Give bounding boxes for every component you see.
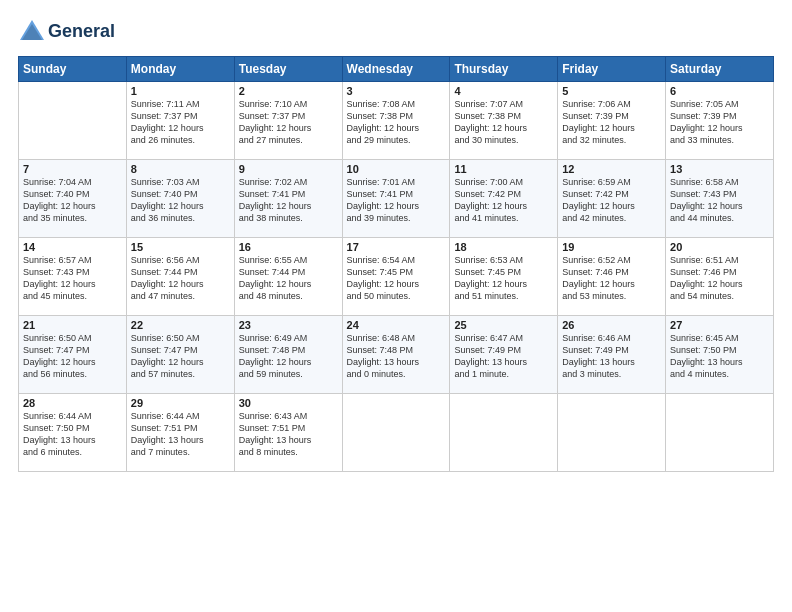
day-number: 17: [347, 241, 446, 253]
day-number: 8: [131, 163, 230, 175]
day-number: 29: [131, 397, 230, 409]
calendar-cell: 27Sunrise: 6:45 AM Sunset: 7:50 PM Dayli…: [666, 316, 774, 394]
calendar-cell: 19Sunrise: 6:52 AM Sunset: 7:46 PM Dayli…: [558, 238, 666, 316]
calendar-cell: 28Sunrise: 6:44 AM Sunset: 7:50 PM Dayli…: [19, 394, 127, 472]
header: General: [18, 18, 774, 46]
col-header-saturday: Saturday: [666, 57, 774, 82]
calendar-cell: 21Sunrise: 6:50 AM Sunset: 7:47 PM Dayli…: [19, 316, 127, 394]
calendar-cell: 15Sunrise: 6:56 AM Sunset: 7:44 PM Dayli…: [126, 238, 234, 316]
day-number: 28: [23, 397, 122, 409]
day-number: 19: [562, 241, 661, 253]
calendar-cell: 23Sunrise: 6:49 AM Sunset: 7:48 PM Dayli…: [234, 316, 342, 394]
day-number: 27: [670, 319, 769, 331]
day-content: Sunrise: 6:46 AM Sunset: 7:49 PM Dayligh…: [562, 332, 661, 381]
day-number: 25: [454, 319, 553, 331]
week-row-5: 28Sunrise: 6:44 AM Sunset: 7:50 PM Dayli…: [19, 394, 774, 472]
day-content: Sunrise: 6:44 AM Sunset: 7:50 PM Dayligh…: [23, 410, 122, 459]
calendar-cell: 5Sunrise: 7:06 AM Sunset: 7:39 PM Daylig…: [558, 82, 666, 160]
calendar-cell: 24Sunrise: 6:48 AM Sunset: 7:48 PM Dayli…: [342, 316, 450, 394]
calendar-table: SundayMondayTuesdayWednesdayThursdayFrid…: [18, 56, 774, 472]
day-number: 26: [562, 319, 661, 331]
day-number: 3: [347, 85, 446, 97]
day-number: 16: [239, 241, 338, 253]
col-header-wednesday: Wednesday: [342, 57, 450, 82]
calendar-cell: 18Sunrise: 6:53 AM Sunset: 7:45 PM Dayli…: [450, 238, 558, 316]
day-content: Sunrise: 7:06 AM Sunset: 7:39 PM Dayligh…: [562, 98, 661, 147]
calendar-cell: 1Sunrise: 7:11 AM Sunset: 7:37 PM Daylig…: [126, 82, 234, 160]
col-header-friday: Friday: [558, 57, 666, 82]
day-content: Sunrise: 6:55 AM Sunset: 7:44 PM Dayligh…: [239, 254, 338, 303]
day-number: 23: [239, 319, 338, 331]
day-content: Sunrise: 6:48 AM Sunset: 7:48 PM Dayligh…: [347, 332, 446, 381]
calendar-cell: 6Sunrise: 7:05 AM Sunset: 7:39 PM Daylig…: [666, 82, 774, 160]
day-content: Sunrise: 6:58 AM Sunset: 7:43 PM Dayligh…: [670, 176, 769, 225]
day-number: 13: [670, 163, 769, 175]
day-content: Sunrise: 6:49 AM Sunset: 7:48 PM Dayligh…: [239, 332, 338, 381]
day-content: Sunrise: 7:11 AM Sunset: 7:37 PM Dayligh…: [131, 98, 230, 147]
day-content: Sunrise: 6:52 AM Sunset: 7:46 PM Dayligh…: [562, 254, 661, 303]
calendar-cell: 26Sunrise: 6:46 AM Sunset: 7:49 PM Dayli…: [558, 316, 666, 394]
day-number: 21: [23, 319, 122, 331]
col-header-tuesday: Tuesday: [234, 57, 342, 82]
day-number: 22: [131, 319, 230, 331]
day-number: 6: [670, 85, 769, 97]
calendar-cell: 30Sunrise: 6:43 AM Sunset: 7:51 PM Dayli…: [234, 394, 342, 472]
day-number: 11: [454, 163, 553, 175]
day-content: Sunrise: 7:02 AM Sunset: 7:41 PM Dayligh…: [239, 176, 338, 225]
calendar-cell: 13Sunrise: 6:58 AM Sunset: 7:43 PM Dayli…: [666, 160, 774, 238]
day-number: 14: [23, 241, 122, 253]
day-content: Sunrise: 6:53 AM Sunset: 7:45 PM Dayligh…: [454, 254, 553, 303]
calendar-cell: 3Sunrise: 7:08 AM Sunset: 7:38 PM Daylig…: [342, 82, 450, 160]
day-content: Sunrise: 6:43 AM Sunset: 7:51 PM Dayligh…: [239, 410, 338, 459]
day-number: 9: [239, 163, 338, 175]
day-content: Sunrise: 7:01 AM Sunset: 7:41 PM Dayligh…: [347, 176, 446, 225]
calendar-cell: 12Sunrise: 6:59 AM Sunset: 7:42 PM Dayli…: [558, 160, 666, 238]
day-number: 20: [670, 241, 769, 253]
day-number: 10: [347, 163, 446, 175]
calendar-cell: 14Sunrise: 6:57 AM Sunset: 7:43 PM Dayli…: [19, 238, 127, 316]
day-content: Sunrise: 6:59 AM Sunset: 7:42 PM Dayligh…: [562, 176, 661, 225]
calendar-cell: 8Sunrise: 7:03 AM Sunset: 7:40 PM Daylig…: [126, 160, 234, 238]
day-number: 4: [454, 85, 553, 97]
calendar-cell: [342, 394, 450, 472]
day-number: 7: [23, 163, 122, 175]
calendar-cell: 16Sunrise: 6:55 AM Sunset: 7:44 PM Dayli…: [234, 238, 342, 316]
day-content: Sunrise: 7:05 AM Sunset: 7:39 PM Dayligh…: [670, 98, 769, 147]
calendar-cell: 2Sunrise: 7:10 AM Sunset: 7:37 PM Daylig…: [234, 82, 342, 160]
day-number: 24: [347, 319, 446, 331]
col-header-monday: Monday: [126, 57, 234, 82]
day-content: Sunrise: 7:04 AM Sunset: 7:40 PM Dayligh…: [23, 176, 122, 225]
day-number: 2: [239, 85, 338, 97]
page: General SundayMondayTuesdayWednesdayThur…: [0, 0, 792, 612]
calendar-cell: 25Sunrise: 6:47 AM Sunset: 7:49 PM Dayli…: [450, 316, 558, 394]
calendar-cell: [666, 394, 774, 472]
day-content: Sunrise: 6:54 AM Sunset: 7:45 PM Dayligh…: [347, 254, 446, 303]
day-content: Sunrise: 6:45 AM Sunset: 7:50 PM Dayligh…: [670, 332, 769, 381]
week-row-1: 1Sunrise: 7:11 AM Sunset: 7:37 PM Daylig…: [19, 82, 774, 160]
day-number: 12: [562, 163, 661, 175]
day-content: Sunrise: 7:08 AM Sunset: 7:38 PM Dayligh…: [347, 98, 446, 147]
header-row: SundayMondayTuesdayWednesdayThursdayFrid…: [19, 57, 774, 82]
calendar-cell: 17Sunrise: 6:54 AM Sunset: 7:45 PM Dayli…: [342, 238, 450, 316]
day-content: Sunrise: 7:00 AM Sunset: 7:42 PM Dayligh…: [454, 176, 553, 225]
day-number: 15: [131, 241, 230, 253]
day-content: Sunrise: 6:56 AM Sunset: 7:44 PM Dayligh…: [131, 254, 230, 303]
calendar-cell: 20Sunrise: 6:51 AM Sunset: 7:46 PM Dayli…: [666, 238, 774, 316]
calendar-cell: 4Sunrise: 7:07 AM Sunset: 7:38 PM Daylig…: [450, 82, 558, 160]
calendar-cell: [450, 394, 558, 472]
day-content: Sunrise: 6:50 AM Sunset: 7:47 PM Dayligh…: [131, 332, 230, 381]
day-content: Sunrise: 7:10 AM Sunset: 7:37 PM Dayligh…: [239, 98, 338, 147]
calendar-cell: 9Sunrise: 7:02 AM Sunset: 7:41 PM Daylig…: [234, 160, 342, 238]
day-content: Sunrise: 6:47 AM Sunset: 7:49 PM Dayligh…: [454, 332, 553, 381]
logo-text: General: [48, 22, 115, 42]
calendar-cell: 11Sunrise: 7:00 AM Sunset: 7:42 PM Dayli…: [450, 160, 558, 238]
week-row-2: 7Sunrise: 7:04 AM Sunset: 7:40 PM Daylig…: [19, 160, 774, 238]
day-number: 30: [239, 397, 338, 409]
col-header-thursday: Thursday: [450, 57, 558, 82]
col-header-sunday: Sunday: [19, 57, 127, 82]
calendar-cell: [19, 82, 127, 160]
calendar-cell: 10Sunrise: 7:01 AM Sunset: 7:41 PM Dayli…: [342, 160, 450, 238]
logo: General: [18, 18, 115, 46]
day-number: 5: [562, 85, 661, 97]
week-row-3: 14Sunrise: 6:57 AM Sunset: 7:43 PM Dayli…: [19, 238, 774, 316]
